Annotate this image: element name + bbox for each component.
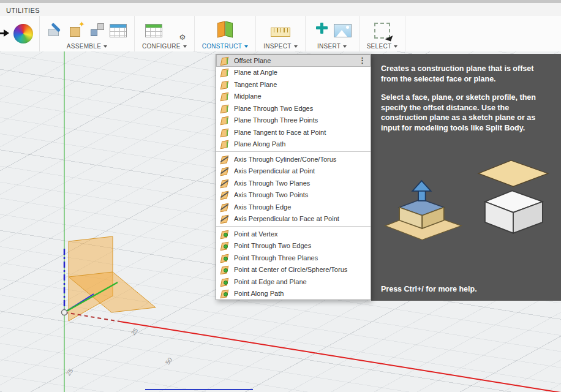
toolbar-group-label-assemble[interactable]: ASSEMBLE [67,43,107,50]
tooltip-footer: Press Ctrl+/ for more help. [381,285,551,293]
toolbar-group-icons [216,18,234,40]
plane-icon [220,127,230,137]
point-icon [220,253,230,263]
menu-item-label: Plane Through Two Edges [234,105,368,112]
menu-item-label: Plane at Angle [234,69,368,76]
menu-item-label: Point Along Path [234,290,368,297]
menu-item-plane-tangent-to-face-at-point[interactable]: Plane Tangent to Face at Point [216,126,371,138]
point-icon [220,241,230,251]
toolbar-group-inspect: INSPECT [256,16,305,51]
toolbar: ASSEMBLECONFIGURECONSTRUCTINSPECTINSERTS… [0,16,561,52]
toolbar-group-icons [374,18,390,40]
joint-icon[interactable] [89,21,106,38]
menu-item-axis-perpendicular-at-point[interactable]: Axis Perpendicular at Point [216,165,371,178]
menu-item-label: Axis Perpendicular to Face at Point [234,215,368,222]
chevron-down-icon [394,45,397,48]
toolbar-group-label-text: ASSEMBLE [67,43,101,50]
menu-item-axis-perpendicular-to-face-at-point[interactable]: Axis Perpendicular to Face at Point [216,213,371,225]
offset-plane-before-illustration [381,168,467,260]
toolbar-lead [0,16,40,51]
origin-point[interactable] [62,310,67,315]
menu-item-axis-through-cylinder-cone-torus[interactable]: Axis Through Cylinder/Cone/Torus [216,153,371,165]
measure-icon[interactable] [271,28,290,37]
plane-icon [220,67,230,77]
menu-item-point-at-edge-and-plane[interactable]: Point at Edge and Plane [216,276,371,288]
toolbar-group-label-text: INSERT [317,43,341,50]
menu-item-label: Point Through Two Edges [234,242,368,249]
toolbar-group-insert: INSERT [306,16,360,51]
plane-icon [220,91,230,101]
toolbar-group-label-inspect[interactable]: INSPECT [263,43,297,50]
toolbar-group-label-text: SELECT [367,43,392,50]
menu-item-midplane[interactable]: Midplane [216,91,371,103]
insert-image-icon[interactable] [334,24,352,37]
menu-item-label: Plane Tangent to Face at Point [234,129,368,136]
point-icon [220,277,230,287]
menu-item-tangent-plane[interactable]: Tangent Plane [216,78,371,91]
tooltip-paragraph-1: Creates a construction plane that is off… [381,64,551,84]
menu-item-label: Axis Through Cylinder/Cone/Torus [234,156,368,163]
toolbar-tab-strip: UTILITIES [0,0,561,16]
menu-item-plane-through-two-edges[interactable]: Plane Through Two Edges [216,102,371,115]
plane-icon [220,104,230,113]
menu-separator [216,151,371,152]
toolbar-group-select: SELECT [360,16,406,51]
insert-derive-icon[interactable] [313,21,330,38]
fusion-app-window: UTILITIES ASSEMBLECONFIGURECONSTRUCTINSP… [0,0,561,392]
construction-plane-icon[interactable] [216,20,234,39]
toolbar-group-label-construct[interactable]: CONSTRUCT [202,43,248,50]
menu-item-plane-along-path[interactable]: Plane Along Path [216,138,371,151]
kebab-menu-icon[interactable]: ⋮ [356,56,368,65]
menu-item-point-through-three-planes[interactable]: Point Through Three Planes [216,252,371,264]
toolbar-group-label-text: INSPECT [263,43,291,50]
point-icon [220,229,230,239]
menu-item-axis-through-two-planes[interactable]: Axis Through Two Planes [216,177,371,189]
toolbar-group-label-insert[interactable]: INSERT [317,43,347,50]
menu-item-axis-through-edge[interactable]: Axis Through Edge [216,201,371,213]
select-window-icon[interactable] [374,23,390,39]
menu-item-axis-through-two-points[interactable]: Axis Through Two Points [216,189,371,202]
point-icon [220,265,230,274]
plane-icon [220,56,230,66]
menu-item-point-at-vertex[interactable]: Point at Vertex [216,228,371,240]
appearance-color-wheel-icon[interactable] [13,24,33,43]
plane-icon [220,80,230,89]
toolbar-group-label-select[interactable]: SELECT [367,43,398,50]
menu-item-label: Offset Plane [234,57,352,64]
menu-item-point-at-center-of-circle-sphere-torus[interactable]: Point at Center of Circle/Sphere/Torus [216,264,371,276]
menu-item-label: Midplane [234,92,368,100]
arrow-icon[interactable] [0,25,10,42]
tab-utilities[interactable]: UTILITIES [0,7,46,16]
chevron-down-icon [244,45,248,48]
toolbar-group-construct: CONSTRUCT [195,16,256,51]
menu-item-plane-at-angle[interactable]: Plane at Angle [216,67,371,79]
menu-item-label: Axis Through Two Planes [234,179,368,187]
menu-item-label: Axis Through Two Points [234,191,368,198]
menu-item-label: Point at Center of Circle/Sphere/Torus [234,266,368,273]
toolbar-group-label-configure[interactable]: CONFIGURE [142,43,187,50]
chevron-down-icon [294,45,298,48]
menu-item-plane-through-three-points[interactable]: Plane Through Three Points [216,115,371,127]
axis-icon [220,166,230,176]
configure-settings-icon[interactable] [166,21,183,38]
axis-icon [220,190,230,200]
toolbar-group-configure: CONFIGURE [135,16,195,51]
menu-item-offset-plane[interactable]: Offset Plane⋮ [216,55,371,67]
configuration-table-icon[interactable] [145,24,162,37]
tooltip-illustrations [381,145,551,260]
menu-item-label: Tangent Plane [234,81,368,88]
menu-item-label: Point at Vertex [234,230,368,238]
menu-item-point-along-path[interactable]: Point Along Path [216,288,371,300]
toolbar-group-assemble: ASSEMBLE [40,16,135,51]
chevron-down-icon [343,45,347,48]
edit-in-place-icon[interactable] [47,21,64,38]
toolbar-group-icons [145,18,183,40]
help-tooltip-panel: Creates a construction plane that is off… [371,54,561,301]
axis-icon [220,178,230,188]
x-axis-line [120,322,561,392]
menu-item-point-through-two-edges[interactable]: Point Through Two Edges [216,240,371,252]
construct-menu: Offset Plane⋮Plane at AngleTangent Plane… [216,54,371,300]
new-component-icon[interactable] [68,21,85,38]
offset-plane-after-illustration [475,145,551,260]
bom-table-icon[interactable] [110,24,127,37]
